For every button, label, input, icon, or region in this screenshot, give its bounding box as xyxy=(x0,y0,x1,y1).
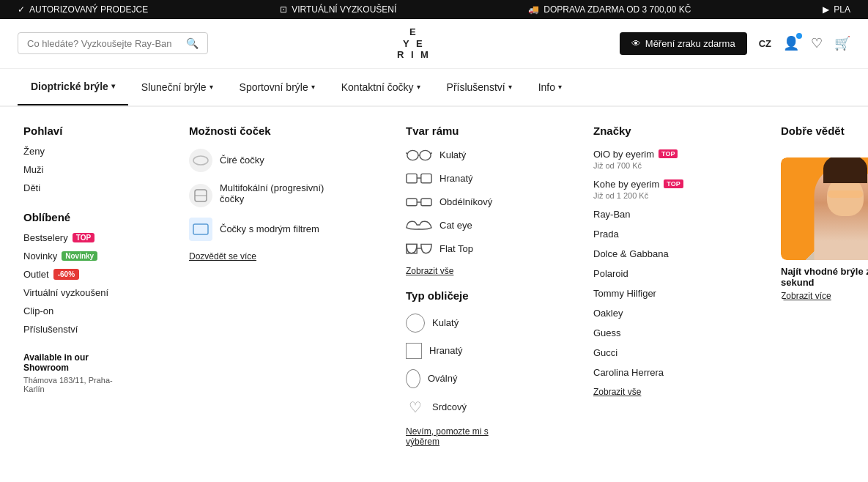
truck-icon: 🚚 xyxy=(528,4,539,15)
top-bar: ✓ AUTORIZOVANÝ PRODEJCE ⊡ VIRTUÁLNÍ VYZK… xyxy=(0,0,868,19)
cocky-modry-filtr[interactable]: Čočky s modrým filtrem xyxy=(189,218,335,241)
measure-button[interactable]: 👁 Měření zraku zdarma xyxy=(620,32,747,55)
nav-item-prislusenstvi[interactable]: Příslušenství ▾ xyxy=(434,70,525,105)
svg-rect-13 xyxy=(421,199,431,205)
svg-point-5 xyxy=(420,150,431,160)
frame-obdelnikovy[interactable]: Obdélníkový xyxy=(406,196,523,209)
verified-icon: ✓ xyxy=(18,4,25,15)
svg-rect-9 xyxy=(407,174,417,182)
hair xyxy=(823,157,867,183)
chevron-down-icon: ▾ xyxy=(311,83,315,91)
topbar-virtual[interactable]: ⊡ VIRTUÁLNÍ VYZKOUŠENÍ xyxy=(280,4,396,15)
vr-icon: ⊡ xyxy=(280,4,287,15)
nav-item-kontaktni[interactable]: Kontaktní čočky ▾ xyxy=(328,70,434,105)
znacka-kohe-sub: Již od 1 200 Kč xyxy=(593,191,683,200)
showroom-label: Available in our Showroom xyxy=(23,352,119,373)
znacky-title: Značky xyxy=(593,125,711,137)
card-byle-title: Najít vhodné brýle za 60 sekund xyxy=(781,266,868,288)
face-kulaty[interactable]: Kulatý xyxy=(406,314,523,333)
card-byle[interactable]: Najít vhodné brýle za 60 sekund Zobrazit… xyxy=(781,157,868,301)
znacka-oio-badge: TOP xyxy=(659,149,678,158)
frame-kulaty[interactable]: Kulatý xyxy=(406,149,523,162)
face-ovalny[interactable]: Oválný xyxy=(406,369,523,388)
topbar-authorized: ✓ AUTORIZOVANÝ PRODEJCE xyxy=(18,4,148,15)
col-tvar-ramu: Tvar rámu Kulatý Hran xyxy=(406,125,523,447)
znacka-dolce[interactable]: Dolce & Gabbana xyxy=(593,248,711,259)
lens-clear-icon xyxy=(189,149,212,172)
pohlavi-muzi[interactable]: Muži xyxy=(23,164,119,175)
badge-sale: -60% xyxy=(53,269,79,280)
nevm-link[interactable]: Nevím, pomozte mi s výběrem xyxy=(406,426,523,447)
wishlist-button[interactable]: ♡ xyxy=(811,35,823,51)
oblibene-clipon[interactable]: Clip-on xyxy=(23,305,119,316)
znacka-oio[interactable]: OiO by eyerim TOP Již od 700 Kč xyxy=(593,149,711,170)
cocky-multifokalni[interactable]: Multifokální (progresivní) čočky xyxy=(189,182,335,207)
svg-rect-12 xyxy=(407,199,417,205)
svg-line-8 xyxy=(431,152,432,154)
logo[interactable]: E Y E R I M xyxy=(397,26,431,61)
oblibene-section: Oblíbené Bestselery TOP Novinky Novinky … xyxy=(23,211,119,335)
nav-item-slunecni[interactable]: Sluneční brýle ▾ xyxy=(128,70,226,105)
square-frame-icon xyxy=(406,172,432,185)
oblibene-bestselery[interactable]: Bestselery TOP xyxy=(23,232,119,243)
oblibene-novinky[interactable]: Novinky Novinky xyxy=(23,251,119,262)
topbar-virtual-label: VIRTUÁLNÍ VYZKOUŠENÍ xyxy=(292,4,396,15)
cocky-cire[interactable]: Čiré čočky xyxy=(189,149,335,172)
pohlavi-deti[interactable]: Děti xyxy=(23,182,119,193)
znacka-rayban[interactable]: Ray-Ban xyxy=(593,209,711,220)
face-srdcovy[interactable]: ♡ Srdcový xyxy=(406,398,523,416)
frame-flattop[interactable]: Flat Top xyxy=(406,242,523,256)
face-round-icon xyxy=(406,314,425,333)
znacka-carolina[interactable]: Carolina Herrera xyxy=(593,367,711,378)
znacka-polaroid[interactable]: Polaroid xyxy=(593,268,711,279)
pohlavi-zeny[interactable]: Ženy xyxy=(23,146,119,157)
language-selector[interactable]: CZ xyxy=(759,38,771,49)
eye-icon: 👁 xyxy=(631,38,641,49)
face-hranaty[interactable]: Hranatý xyxy=(406,343,523,359)
pohlavi-title: Pohlaví xyxy=(23,125,119,137)
col-dobre-vedet: Dobře vědět Zobrazit více xyxy=(781,125,868,447)
znacka-oakley[interactable]: Oakley xyxy=(593,308,711,319)
znacka-kohe-badge: TOP xyxy=(664,179,683,188)
znacka-guess[interactable]: Guess xyxy=(593,327,711,338)
badge-top: TOP xyxy=(73,233,94,242)
tvar-zobrazit-vse-link[interactable]: Zobrazit vše xyxy=(406,266,523,276)
cart-button[interactable]: 🛒 xyxy=(834,35,850,51)
nav-item-dioptrické[interactable]: Dioptrické brýle ▾ xyxy=(18,69,128,105)
search-input[interactable] xyxy=(27,38,180,49)
svg-rect-10 xyxy=(421,174,431,182)
search-icon[interactable]: 🔍 xyxy=(186,37,199,49)
nav-item-sportovni[interactable]: Sportovní brýle ▾ xyxy=(226,70,328,105)
frame-hranaty[interactable]: Hranatý xyxy=(406,172,523,185)
znacka-kohe[interactable]: Kohe by eyerim TOP Již od 1 200 Kč xyxy=(593,179,711,200)
znacka-tommy[interactable]: Tommy Hilfiger xyxy=(593,288,711,299)
card-byle-link[interactable]: Zobrazit více xyxy=(781,291,868,301)
znacka-gucci[interactable]: Gucci xyxy=(593,347,711,358)
znacka-oio-sub: Již od 700 Kč xyxy=(593,161,678,170)
znacka-prada[interactable]: Prada xyxy=(593,229,711,240)
card-img-person xyxy=(781,157,868,260)
svg-point-4 xyxy=(407,150,418,160)
oblibene-prislusenstvi[interactable]: Příslušenství xyxy=(23,324,119,335)
oblibene-outlet[interactable]: Outlet -60% xyxy=(23,269,119,280)
pohlavi-section: Pohlaví Ženy Muži Děti xyxy=(23,125,119,193)
badge-new: Novinky xyxy=(62,251,97,261)
face-heart-icon: ♡ xyxy=(406,398,425,416)
lens-multi-icon xyxy=(189,184,212,207)
glasses xyxy=(828,190,863,198)
account-button[interactable]: 👤 xyxy=(783,35,799,51)
notification-dot xyxy=(796,33,802,39)
search-bar[interactable]: 🔍 xyxy=(18,32,208,54)
topbar-play[interactable]: ▶ PLA xyxy=(823,4,850,15)
znacky-zobrazit-vse-link[interactable]: Zobrazit vše xyxy=(593,387,711,397)
frame-cateye[interactable]: Cat eye xyxy=(406,219,523,232)
tvar-title: Tvar rámu xyxy=(406,125,523,137)
showroom-address: Thámova 183/11, Praha-Karlín xyxy=(23,376,119,393)
moznosti-title: Možnosti čoček xyxy=(189,125,335,137)
dozvedi-link[interactable]: Dozvědět se více xyxy=(189,251,335,262)
oblibene-virtual[interactable]: Virtuální vyzkoušení xyxy=(23,287,119,298)
header-actions: 👁 Měření zraku zdarma CZ 👤 ♡ 🛒 xyxy=(620,32,850,55)
showroom-info: Available in our Showroom Thámova 183/11… xyxy=(23,352,119,393)
nav-item-info[interactable]: Info ▾ xyxy=(525,70,575,105)
lens-blue-icon xyxy=(189,218,212,241)
